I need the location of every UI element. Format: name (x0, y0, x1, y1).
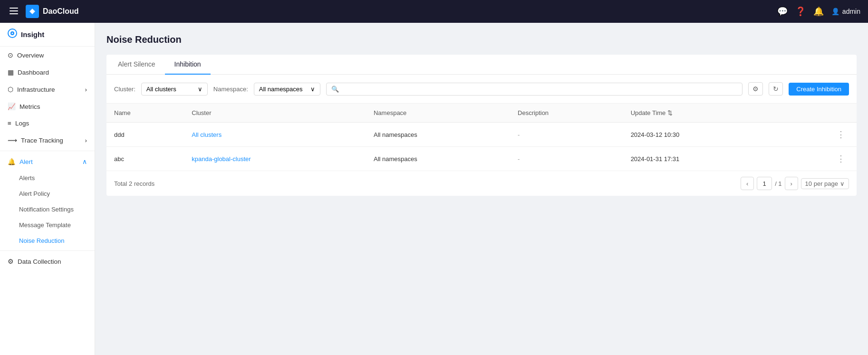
cluster-label: Cluster: (114, 86, 135, 93)
row-more-button[interactable]: ⋮ (833, 153, 849, 164)
settings-icon: ⚙ (752, 85, 759, 93)
noise-reduction-label: Noise Reduction (19, 237, 64, 244)
row-more-button[interactable]: ⋮ (833, 129, 849, 140)
app-logo: DaoCloud (26, 5, 79, 18)
sidebar-item-alert[interactable]: 🔔 Alert ∧ (0, 153, 95, 170)
sidebar-item-label: Alert (19, 158, 33, 165)
sidebar-item-label: Logs (15, 120, 29, 127)
sidebar-subitem-noise-reduction[interactable]: Noise Reduction (0, 233, 95, 249)
user-avatar-icon: 👤 (831, 8, 839, 15)
sort-icon: ⇅ (667, 109, 673, 116)
cell-namespace: All namespaces (366, 147, 510, 171)
namespace-value: All namespaces (259, 86, 303, 93)
sidebar-item-metrics[interactable]: 📈 Metrics (0, 98, 95, 115)
table-header: Name Cluster Namespace Description (106, 104, 857, 123)
svg-point-4 (31, 10, 34, 13)
alert-icon: 🔔 (8, 158, 16, 165)
data-collection-icon: ⚙ (8, 258, 14, 265)
bell-icon[interactable]: 🔔 (813, 6, 824, 17)
sidebar-item-data-collection[interactable]: ⚙ Data Collection (0, 253, 95, 270)
sidebar-divider (0, 151, 95, 151)
chevron-down-icon: ∨ (840, 180, 845, 187)
topnav-right: 💬 ❓ 🔔 👤 admin (777, 6, 860, 17)
table-row: abc kpanda-global-cluster All namespaces… (106, 147, 857, 171)
sidebar-item-dashboard[interactable]: ▦ Dashboard (0, 64, 95, 81)
inhibition-table: Name Cluster Namespace Description (106, 104, 857, 171)
sidebar-item-label: Data Collection (18, 258, 61, 265)
prev-page-button[interactable]: ‹ (741, 177, 754, 190)
page-total: / 1 (775, 180, 781, 187)
main-layout: Insight ⊙ Overview ▦ Dashboard ⬡ Infrast… (0, 23, 868, 355)
namespace-select[interactable]: All namespaces ∨ (254, 83, 320, 96)
chevron-down-icon: ∨ (310, 86, 315, 93)
logs-icon: ≡ (8, 120, 11, 127)
alert-submenu: Alerts Alert Policy Notification Setting… (0, 170, 95, 249)
insight-label: Insight (21, 30, 44, 38)
svg-rect-0 (10, 8, 18, 9)
col-update-time[interactable]: Update Time ⇅ (623, 104, 780, 123)
cluster-select[interactable]: All clusters ∨ (141, 83, 208, 96)
sidebar-item-label: Metrics (19, 103, 40, 110)
page-title: Noise Reduction (106, 34, 857, 45)
pagination-controls: ‹ / 1 › 10 per page ∨ (741, 177, 849, 190)
help-icon[interactable]: ❓ (795, 6, 806, 17)
cell-description: - (510, 147, 623, 171)
sidebar-item-label: Overview (17, 52, 44, 59)
tab-alert-silence[interactable]: Alert Silence (108, 55, 165, 75)
hamburger-menu[interactable] (8, 6, 20, 18)
insight-icon (8, 29, 17, 40)
chat-icon[interactable]: 💬 (777, 6, 788, 17)
col-description: Description (510, 104, 623, 123)
chevron-right-icon: › (85, 137, 87, 144)
create-inhibition-button[interactable]: Create Inhibition (789, 83, 849, 96)
prev-icon: ‹ (746, 180, 748, 187)
cell-namespace: All namespaces (366, 123, 510, 147)
tab-container: Alert Silence Inhibition Cluster: All cl… (106, 55, 857, 196)
sidebar-section-insight: Insight (0, 23, 95, 47)
col-namespace: Namespace (366, 104, 510, 123)
trace-icon: ⟿ (8, 136, 17, 144)
sidebar-divider-2 (0, 250, 95, 251)
user-menu[interactable]: 👤 admin (831, 8, 860, 15)
cell-name: ddd (106, 123, 184, 147)
dashboard-icon: ▦ (8, 68, 14, 76)
cell-name: abc (106, 147, 184, 171)
svg-point-7 (12, 33, 13, 34)
sidebar-item-label: Trace Tracking (21, 137, 63, 144)
next-page-button[interactable]: › (785, 177, 798, 190)
cell-description: - (510, 123, 623, 147)
table-body: ddd All clusters All namespaces - (106, 123, 857, 171)
refresh-button[interactable]: ↻ (769, 82, 783, 96)
col-cluster: Cluster (184, 104, 366, 123)
sidebar-item-logs[interactable]: ≡ Logs (0, 115, 95, 132)
sidebar-subitem-alerts[interactable]: Alerts (0, 170, 95, 186)
per-page-select[interactable]: 10 per page ∨ (801, 178, 849, 189)
col-name: Name (106, 104, 184, 123)
col-actions (780, 104, 857, 123)
cell-cluster: kpanda-global-cluster (184, 147, 366, 171)
sidebar: Insight ⊙ Overview ▦ Dashboard ⬡ Infrast… (0, 23, 95, 355)
sidebar-item-trace-tracking[interactable]: ⟿ Trace Tracking › (0, 132, 95, 149)
cell-cluster: All clusters (184, 123, 366, 147)
sidebar-subitem-message-template[interactable]: Message Template (0, 217, 95, 233)
sidebar-subitem-alert-policy[interactable]: Alert Policy (0, 186, 95, 201)
message-template-label: Message Template (19, 221, 71, 229)
chevron-right-icon: › (85, 86, 87, 93)
pagination: Total 2 records ‹ / 1 › 10 per page ∨ (106, 171, 857, 196)
cell-update-time: 2024-03-12 10:30 (623, 123, 780, 147)
search-box[interactable]: 🔍 (326, 83, 743, 96)
sidebar-item-infrastructure[interactable]: ⬡ Infrastructure › (0, 81, 95, 98)
sidebar-item-label: Infrastructure (17, 86, 55, 93)
chevron-down-icon: ∨ (198, 86, 203, 93)
settings-button[interactable]: ⚙ (748, 82, 763, 96)
svg-rect-2 (10, 13, 18, 14)
topnav: DaoCloud 💬 ❓ 🔔 👤 admin (0, 0, 868, 23)
notification-settings-label: Notification Settings (19, 206, 74, 213)
chevron-up-icon: ∧ (82, 158, 87, 165)
sidebar-subitem-notification-settings[interactable]: Notification Settings (0, 201, 95, 217)
sidebar-item-overview[interactable]: ⊙ Overview (0, 47, 95, 64)
page-input[interactable] (757, 177, 772, 190)
tab-inhibition[interactable]: Inhibition (165, 55, 211, 75)
per-page-value: 10 per page (805, 180, 838, 187)
namespace-label: Namespace: (213, 86, 248, 93)
